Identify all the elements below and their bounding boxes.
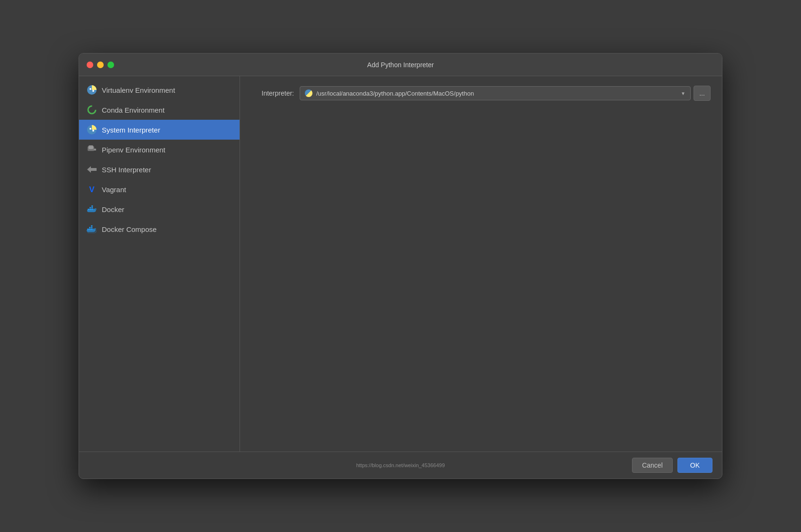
sidebar: Virtualenv Environment Conda Environment [79,76,240,452]
ssh-icon [87,164,97,175]
svg-point-1 [89,88,91,90]
sidebar-item-virtualenv[interactable]: Virtualenv Environment [79,80,240,100]
svg-point-3 [88,106,96,114]
sidebar-item-docker[interactable]: Docker [79,199,240,219]
svg-rect-16 [91,205,93,207]
sidebar-item-docker-compose[interactable]: Docker Compose [79,219,240,239]
sidebar-item-docker-compose-label: Docker Compose [102,225,157,233]
sidebar-item-ssh-label: SSH Interpreter [102,166,151,174]
svg-rect-22 [91,225,92,227]
pipenv-icon [87,144,97,155]
sidebar-item-conda[interactable]: Conda Environment [79,100,240,120]
virtualenv-icon [87,85,97,95]
svg-point-2 [92,90,94,92]
svg-rect-8 [89,145,93,149]
python-icon [305,89,312,97]
sidebar-item-pipenv-label: Pipenv Environment [102,146,165,154]
maximize-button[interactable] [107,62,114,68]
svg-marker-10 [87,166,97,173]
dialog-title: Add Python Interpreter [367,61,434,69]
sidebar-item-ssh[interactable]: SSH Interpreter [79,160,240,179]
interpreter-field-row: Interpreter: /usr/local/anaconda3/python… [251,86,711,101]
sidebar-item-virtualenv-label: Virtualenv Environment [102,86,175,94]
cancel-button[interactable]: Cancel [632,458,673,473]
interpreter-dropdown-content: /usr/local/anaconda3/python.app/Contents… [305,89,474,97]
ok-button[interactable]: OK [677,458,712,473]
svg-rect-9 [94,149,96,151]
main-content: Interpreter: /usr/local/anaconda3/python… [240,76,722,452]
dialog-footer: https://blog.csdn.net/weixin_45366499 Ca… [79,452,722,479]
interpreter-dropdown-wrapper: /usr/local/anaconda3/python.app/Contents… [300,86,711,101]
dialog-body: Virtualenv Environment Conda Environment [79,76,722,452]
interpreter-label: Interpreter: [251,89,294,97]
add-python-interpreter-dialog: Add Python Interpreter Virtualenv Enviro… [79,53,722,479]
svg-point-6 [92,130,94,132]
minimize-button[interactable] [97,62,104,68]
conda-icon [87,105,97,115]
vagrant-icon: V [87,184,97,195]
sidebar-item-system[interactable]: System Interpreter [79,120,240,140]
sidebar-item-pipenv[interactable]: Pipenv Environment [79,140,240,160]
sidebar-item-docker-label: Docker [102,205,125,213]
system-icon [87,124,97,135]
sidebar-item-vagrant-label: Vagrant [102,186,126,194]
interpreter-path: /usr/local/anaconda3/python.app/Contents… [316,90,474,97]
sidebar-item-system-label: System Interpreter [102,126,160,134]
chevron-down-icon: ▼ [681,91,685,96]
docker-compose-icon [87,224,97,234]
docker-icon [87,204,97,214]
svg-rect-21 [91,227,92,229]
watermark: https://blog.csdn.net/weixin_45366499 [356,462,445,468]
svg-rect-20 [89,227,90,229]
svg-point-5 [89,128,91,130]
sidebar-item-vagrant[interactable]: V Vagrant [79,179,240,199]
interpreter-dropdown[interactable]: /usr/local/anaconda3/python.app/Contents… [300,86,691,100]
svg-rect-15 [91,207,93,209]
browse-button[interactable]: ... [694,86,711,101]
title-bar: Add Python Interpreter [79,53,722,76]
window-controls [87,62,114,68]
svg-rect-14 [89,207,91,209]
close-button[interactable] [87,62,93,68]
sidebar-item-conda-label: Conda Environment [102,106,165,114]
